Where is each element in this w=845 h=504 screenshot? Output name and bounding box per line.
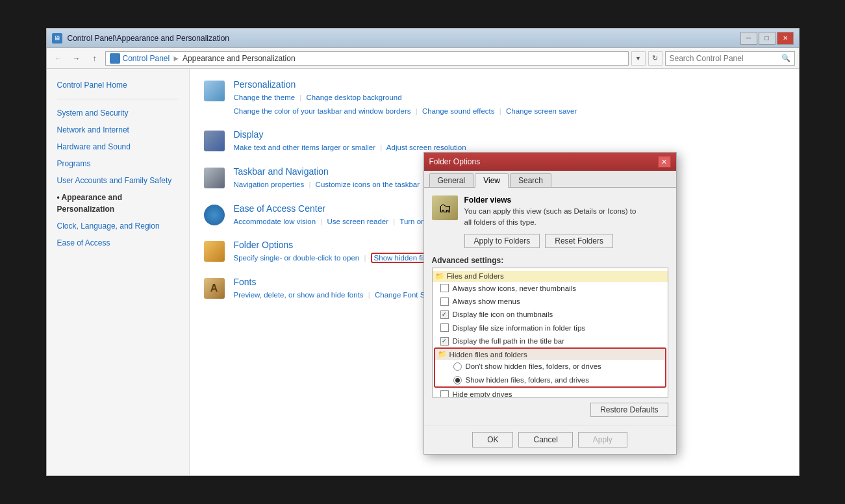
- path-current: Appearance and Personalization: [183, 54, 295, 63]
- change-theme-link[interactable]: Change the theme: [234, 94, 296, 101]
- search-icon: 🔍: [781, 54, 790, 62]
- use-screen-reader-link[interactable]: Use screen reader: [327, 218, 388, 225]
- folder-views-icon: 🗂: [432, 195, 458, 220]
- tab-view[interactable]: View: [475, 173, 509, 188]
- tree-group-hidden-files: 📁 Hidden files and folders: [435, 349, 665, 360]
- radio-dont-show-hidden[interactable]: [453, 362, 462, 371]
- accommodate-low-vision-link[interactable]: Accommodate low vision: [234, 218, 316, 225]
- label-display-full-path: Display the full path in the title bar: [453, 335, 565, 347]
- make-text-larger-link[interactable]: Make text and other items larger or smal…: [234, 144, 376, 151]
- minimize-button[interactable]: ─: [740, 32, 757, 45]
- display-title[interactable]: Display: [234, 129, 466, 140]
- radio-show-hidden[interactable]: [453, 376, 462, 384]
- taskbar-title[interactable]: Taskbar and Navigation: [234, 166, 420, 177]
- sidebar-item-control-panel-home[interactable]: Control Panel Home: [47, 77, 189, 94]
- forward-button[interactable]: →: [69, 51, 84, 66]
- navigation-properties-link[interactable]: Navigation properties: [234, 181, 305, 188]
- label-display-file-size: Display file size information in folder …: [453, 322, 586, 334]
- specify-click-link[interactable]: Specify single- or double-click to open: [234, 254, 360, 262]
- customize-icons-link[interactable]: Customize icons on the taskbar: [316, 181, 420, 188]
- title-bar-controls: ─ □ ✕: [740, 32, 794, 45]
- dialog-tabs: General View Search: [424, 171, 676, 188]
- adjust-screen-resolution-link[interactable]: Adjust screen resolution: [386, 144, 466, 151]
- label-always-show-icons: Always show icons, never thumbnails: [453, 283, 576, 294]
- change-screen-saver-link[interactable]: Change screen saver: [506, 107, 577, 115]
- label-dont-show-hidden: Don't show hidden files, folders, or dri…: [466, 360, 601, 372]
- sidebar-item-appearance[interactable]: Appearance and Personalization: [47, 189, 189, 218]
- back-button[interactable]: ←: [51, 51, 66, 66]
- tree-group-files-and-folders: 📁 Files and Folders: [433, 271, 668, 282]
- dialog-close-button[interactable]: ✕: [658, 156, 671, 168]
- restore-defaults-button[interactable]: Restore Defaults: [590, 403, 668, 417]
- tree-item-show-hidden[interactable]: Show hidden files, folders, and drives: [435, 373, 665, 386]
- tree-item-display-file-size[interactable]: Display file size information in folder …: [433, 321, 668, 334]
- sidebar-item-clock-language[interactable]: Clock, Language, and Region: [47, 218, 189, 234]
- cancel-button[interactable]: Cancel: [518, 432, 572, 447]
- apply-to-folders-button[interactable]: Apply to Folders: [464, 234, 540, 248]
- folder-options-icon: [203, 240, 226, 263]
- taskbar-icon: [203, 166, 226, 190]
- advanced-settings-tree[interactable]: 📁 Files and Folders Always show icons, n…: [432, 268, 668, 397]
- personalization-body: Personalization Change the theme | Chang…: [234, 79, 577, 118]
- refresh-button[interactable]: ↻: [648, 51, 662, 66]
- window-title: Control Panel\Appearance and Personaliza…: [68, 34, 230, 43]
- checkbox-hide-empty-drives[interactable]: [440, 390, 449, 397]
- fonts-icon: A: [203, 277, 226, 300]
- label-hide-empty-drives: Hide empty drives: [453, 388, 512, 397]
- sidebar-item-hardware-and-sound[interactable]: Hardware and Sound: [47, 138, 189, 155]
- folder-views-description: You can apply this view (such as Details…: [464, 206, 637, 229]
- section-personalization: Personalization Change the theme | Chang…: [203, 79, 786, 118]
- advanced-settings-label: Advanced settings:: [432, 256, 668, 265]
- address-dropdown-button[interactable]: ▼: [631, 51, 646, 66]
- tree-item-display-full-path[interactable]: Display the full path in the title bar: [433, 334, 668, 347]
- tree-item-display-file-icon[interactable]: Display file icon on thumbnails: [433, 308, 668, 321]
- main-area: Control Panel Home System and Security N…: [47, 69, 799, 475]
- label-always-show-menus: Always show menus: [453, 296, 520, 307]
- tab-search[interactable]: Search: [510, 173, 551, 187]
- hidden-files-group-icon: 📁: [438, 350, 447, 359]
- ok-button[interactable]: OK: [472, 432, 513, 447]
- checkbox-display-file-icon[interactable]: [440, 310, 449, 319]
- label-display-file-icon: Display file icon on thumbnails: [453, 309, 553, 320]
- change-taskbar-color-link[interactable]: Change the color of your taskbar and win…: [234, 107, 411, 115]
- sidebar-item-ease-of-access[interactable]: Ease of Access: [47, 234, 189, 251]
- up-button[interactable]: ↑: [87, 51, 103, 66]
- checkbox-display-file-size[interactable]: [440, 323, 449, 332]
- folder-views-buttons: Apply to Folders Reset Folders: [464, 234, 637, 248]
- tree-item-hide-empty-drives[interactable]: Hide empty drives: [433, 388, 668, 397]
- personalization-title[interactable]: Personalization: [234, 79, 577, 90]
- checkbox-always-show-icons[interactable]: [440, 284, 449, 292]
- sidebar-item-programs[interactable]: Programs: [47, 155, 189, 172]
- hidden-files-group: 📁 Hidden files and folders Don't show hi…: [434, 347, 666, 388]
- tree-item-dont-show-hidden[interactable]: Don't show hidden files, folders, or dri…: [435, 360, 665, 373]
- change-desktop-background-link[interactable]: Change desktop background: [307, 94, 402, 101]
- path-control-panel[interactable]: Control Panel: [123, 54, 170, 63]
- maximize-button[interactable]: □: [759, 32, 776, 45]
- checkbox-display-full-path[interactable]: [440, 337, 449, 346]
- personalization-icon: [203, 79, 226, 103]
- address-bar: ← → ↑ Control Panel ► Appearance and Per…: [47, 48, 799, 69]
- close-button[interactable]: ✕: [777, 32, 794, 45]
- restore-defaults-row: Restore Defaults: [432, 403, 668, 417]
- tree-item-always-show-icons[interactable]: Always show icons, never thumbnails: [433, 282, 668, 295]
- display-body: Display Make text and other items larger…: [234, 129, 466, 155]
- preview-delete-fonts-link[interactable]: Preview, delete, or show and hide fonts: [234, 291, 364, 299]
- folder-options-dialog: Folder Options ✕ General View Search 🗂 F…: [423, 152, 677, 455]
- apply-button[interactable]: Apply: [578, 432, 627, 447]
- change-sound-effects-link[interactable]: Change sound effects: [422, 107, 495, 115]
- tab-general[interactable]: General: [429, 173, 474, 187]
- section-display: Display Make text and other items larger…: [203, 129, 786, 155]
- sidebar-item-system-and-security[interactable]: System and Security: [47, 105, 189, 121]
- address-path[interactable]: Control Panel ► Appearance and Personali…: [105, 51, 629, 66]
- display-icon: [203, 129, 226, 153]
- title-bar-left: 🖥 Control Panel\Appearance and Personali…: [52, 33, 230, 44]
- main-window: 🖥 Control Panel\Appearance and Personali…: [46, 28, 800, 476]
- search-input[interactable]: [670, 54, 779, 63]
- folder-views-heading: Folder views: [464, 195, 637, 205]
- personalization-links: Change the theme | Change desktop backgr…: [234, 91, 577, 118]
- sidebar-item-network-and-internet[interactable]: Network and Internet: [47, 121, 189, 138]
- reset-folders-button[interactable]: Reset Folders: [545, 234, 613, 248]
- tree-item-always-show-menus[interactable]: Always show menus: [433, 295, 668, 308]
- sidebar-item-user-accounts[interactable]: User Accounts and Family Safety: [47, 172, 189, 189]
- checkbox-always-show-menus[interactable]: [440, 297, 449, 306]
